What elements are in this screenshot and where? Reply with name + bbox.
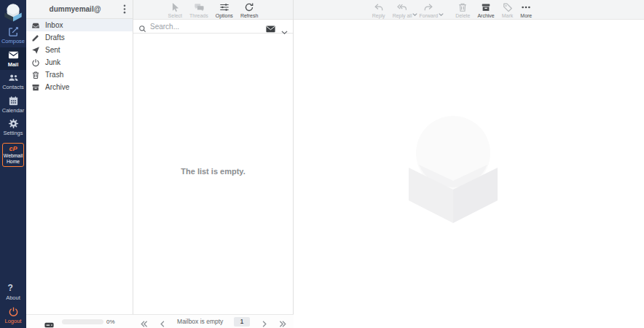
- power-icon: [8, 306, 19, 317]
- cursor-icon: [170, 2, 180, 12]
- contacts-icon: [8, 72, 19, 83]
- calendar-icon: [8, 95, 19, 106]
- pencil-icon: [31, 34, 40, 42]
- archive-icon: [481, 2, 491, 12]
- forward-icon: [423, 2, 433, 12]
- folder-inbox[interactable]: Inbox: [26, 19, 133, 31]
- folder-name: Inbox: [45, 21, 63, 29]
- pagination-status: Mailbox is empty: [177, 318, 223, 325]
- folder-drafts[interactable]: Drafts: [26, 31, 133, 44]
- folder-panel-header: dummyemail@: [26, 0, 133, 19]
- folder-sent[interactable]: Sent: [26, 44, 133, 56]
- next-page-icon[interactable]: [260, 318, 268, 326]
- reply-all-icon: [397, 2, 407, 12]
- mark-button[interactable]: Mark: [498, 2, 517, 18]
- refresh-icon: [244, 2, 254, 12]
- envelope-icon[interactable]: [266, 23, 275, 31]
- search-bar: [133, 20, 293, 34]
- pagination: Mailbox is empty 1: [133, 317, 294, 327]
- tag-icon: [503, 2, 513, 12]
- page-number-box[interactable]: 1: [234, 317, 250, 327]
- search-input[interactable]: [150, 23, 266, 31]
- reply-button[interactable]: Reply: [369, 2, 389, 18]
- threads-button[interactable]: Threads: [186, 2, 212, 18]
- folder-name: Archive: [45, 83, 69, 91]
- sidebar-item-label: Settings: [3, 130, 23, 136]
- message-list-toolbar: Select Threads: [133, 0, 293, 20]
- kebab-menu-icon[interactable]: [118, 3, 131, 16]
- content-panel: Reply Reply all: [294, 0, 644, 328]
- select-button[interactable]: Select: [165, 2, 186, 18]
- refresh-button[interactable]: Refresh: [237, 2, 262, 18]
- last-page-icon[interactable]: [279, 318, 287, 326]
- folder-trash[interactable]: Trash: [26, 69, 133, 81]
- archive-button[interactable]: Archive: [474, 2, 498, 18]
- junk-icon: [31, 58, 40, 67]
- folder-archive[interactable]: Archive: [26, 81, 133, 93]
- sidebar-item-calendar[interactable]: Calendar: [0, 93, 26, 117]
- reply-icon: [374, 2, 384, 12]
- sidebar-item-label: Calendar: [2, 108, 24, 114]
- folder-name: Junk: [45, 58, 60, 66]
- quota-progress-bar: [62, 319, 103, 324]
- folder-junk[interactable]: Junk: [26, 56, 133, 69]
- sidebar-item-logout[interactable]: Logout: [0, 304, 26, 327]
- more-button[interactable]: More: [517, 2, 535, 18]
- roundcube-logo-icon[interactable]: [2, 2, 24, 22]
- sidebar-item-about[interactable]: ? About: [0, 281, 26, 304]
- message-list-panel: Select Threads: [133, 0, 294, 314]
- sidebar-item-settings[interactable]: Settings: [0, 116, 26, 139]
- folder-name: Drafts: [45, 34, 65, 42]
- sidebar-item-label: Logout: [5, 319, 22, 324]
- storage-icon: [44, 319, 54, 325]
- trash-icon: [31, 71, 40, 79]
- roundcube-logo-watermark: [403, 99, 506, 227]
- sidebar-item-label: Webmail Home: [4, 153, 23, 165]
- chevron-down-icon[interactable]: [439, 6, 444, 9]
- folder-name: Sent: [45, 46, 60, 54]
- sidebar-item-label: Mail: [8, 62, 19, 68]
- question-mark-icon: ?: [8, 283, 19, 294]
- webmail-app: Compose Mail Contacts: [0, 0, 644, 328]
- settings-icon: [8, 118, 19, 129]
- sliders-icon: [219, 2, 229, 12]
- sidebar-item-contacts[interactable]: Contacts: [0, 70, 26, 93]
- sidebar-item-label: Compose: [1, 39, 25, 44]
- folder-panel: dummyemail@ Inbox Drafts: [26, 0, 133, 314]
- reply-all-button[interactable]: Reply all: [389, 2, 416, 18]
- empty-list-message: The list is empty.: [133, 167, 293, 176]
- chat-bubbles-icon: [194, 2, 204, 12]
- quota-indicator: 0%: [26, 319, 133, 325]
- mail-icon: [8, 50, 19, 60]
- prev-page-icon[interactable]: [159, 318, 167, 326]
- sidebar-item-label: About: [6, 295, 20, 301]
- archive-icon: [31, 83, 40, 92]
- first-page-icon[interactable]: [140, 318, 148, 326]
- content-toolbar: Reply Reply all: [294, 0, 644, 20]
- task-sidebar: Compose Mail Contacts: [0, 0, 26, 328]
- sidebar-item-label: Contacts: [2, 85, 24, 90]
- sidebar-item-mail[interactable]: Mail: [0, 47, 26, 71]
- paper-plane-icon: [31, 46, 40, 55]
- sidebar-item-compose[interactable]: Compose: [0, 24, 26, 47]
- sidebar-item-webmail-home[interactable]: cP Webmail Home: [2, 143, 24, 167]
- forward-button[interactable]: Forward: [415, 2, 441, 18]
- options-button[interactable]: Options: [212, 2, 237, 18]
- quota-percent: 0%: [106, 319, 115, 325]
- cpanel-logo-icon: cP: [9, 146, 17, 152]
- account-name: dummyemail@: [32, 5, 118, 13]
- trash-icon: [458, 2, 468, 12]
- inbox-icon: [31, 21, 40, 30]
- folder-name: Trash: [45, 71, 63, 79]
- compose-icon: [8, 26, 19, 37]
- status-bar: 0% Mailbox is empty 1: [26, 314, 294, 328]
- search-icon: [138, 23, 146, 31]
- delete-button[interactable]: Delete: [452, 2, 474, 18]
- ellipsis-icon: [521, 2, 531, 12]
- chevron-down-icon[interactable]: [281, 24, 288, 28]
